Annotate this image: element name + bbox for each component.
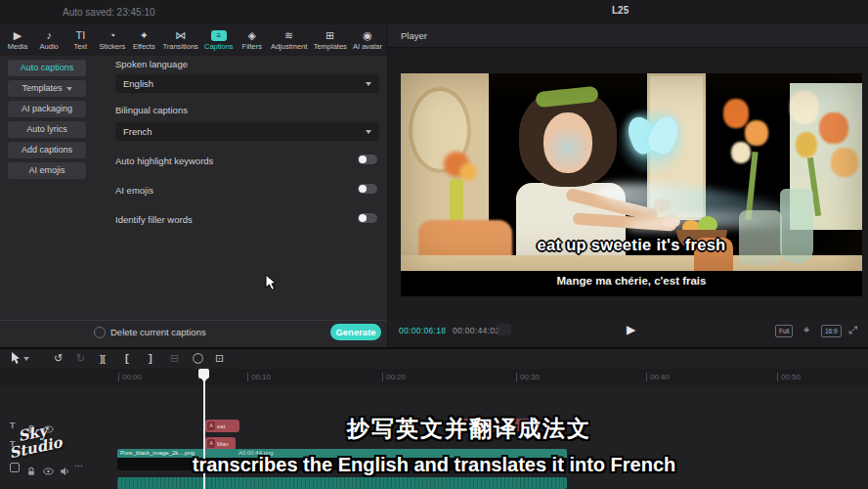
tab-transitions[interactable]: ⋈Transitions xyxy=(162,29,197,51)
media-icon: ▶ xyxy=(14,29,22,41)
sidebar-item-add-captions[interactable]: Add captions xyxy=(8,142,86,158)
effects-icon: ✦ xyxy=(140,29,149,41)
tab-media[interactable]: ▶Media xyxy=(5,29,30,51)
playhead[interactable] xyxy=(198,369,209,378)
ruler-tick: 00:00 xyxy=(118,373,142,381)
spoken-language-label: Spoken language xyxy=(115,59,188,69)
audio-icon: ♪ xyxy=(46,29,52,41)
ruler-tick: 00:30 xyxy=(516,373,540,381)
mouse-cursor xyxy=(264,274,278,295)
build-label: L25 xyxy=(612,5,629,16)
video-caption-english: eat up sweetie it's fresh xyxy=(401,236,862,254)
tab-adjustment[interactable]: ≋Adjustment xyxy=(271,29,308,51)
crop-icon[interactable]: ⊡ xyxy=(215,352,224,365)
chevron-down-icon xyxy=(366,130,371,134)
chevron-down-icon xyxy=(366,82,371,86)
stickers-icon: ◔ xyxy=(108,29,115,41)
chevron-down-icon[interactable] xyxy=(23,357,29,361)
trim-left-icon[interactable]: [ xyxy=(125,352,129,364)
tab-captions[interactable]: ≡Captions xyxy=(204,30,234,51)
tab-effects[interactable]: ✦Effects xyxy=(131,29,156,51)
dim-badge xyxy=(497,324,511,335)
tab-stickers[interactable]: ◔Stickers xyxy=(99,29,125,51)
undo-icon[interactable]: ↺ xyxy=(54,352,63,365)
captions-icon: ≡ xyxy=(211,30,227,41)
play-button[interactable]: ▶ xyxy=(627,323,635,336)
chevron-down-icon xyxy=(66,87,72,91)
sidebar-item-ai-packaging[interactable]: AI packaging xyxy=(8,101,86,117)
quality-button[interactable]: Full xyxy=(775,325,793,337)
audio-clip[interactable] xyxy=(117,477,567,489)
adjustment-icon: ≋ xyxy=(284,29,293,41)
delete-captions-label: Delete current captions xyxy=(110,327,206,337)
delete-icon[interactable]: ⊟ xyxy=(170,352,179,365)
tab-filters[interactable]: ◈Filters xyxy=(239,29,265,51)
generate-button[interactable]: Generate xyxy=(330,324,381,340)
auto-highlight-toggle[interactable] xyxy=(358,155,377,164)
video-caption-french: Mange ma chérie, c'est frais xyxy=(401,275,862,287)
tab-ai-avatar[interactable]: ◉AI avatar xyxy=(353,29,382,51)
ruler-tick: 00:10 xyxy=(247,373,271,381)
ruler-tick: 00:20 xyxy=(382,373,406,381)
delete-captions-checkbox[interactable] xyxy=(94,327,106,338)
sidebar-item-ai-emojis[interactable]: AI emojis xyxy=(8,162,86,179)
player-title: Player xyxy=(401,30,427,41)
mask-icon[interactable]: ◯ xyxy=(193,352,203,363)
ratio-button[interactable]: 16:9 xyxy=(821,325,842,337)
total-timecode: 00:00:44:02 xyxy=(453,326,499,335)
redo-icon[interactable]: ↻ xyxy=(76,352,85,365)
spoken-language-select[interactable]: English xyxy=(115,74,379,93)
tab-audio[interactable]: ♪Audio xyxy=(36,29,62,51)
ai-avatar-icon: ◉ xyxy=(363,29,372,41)
letterbox-bar: Mange ma chérie, c'est frais xyxy=(401,271,862,296)
player-header xyxy=(388,24,868,48)
bilingual-language-select[interactable]: French xyxy=(115,122,379,141)
current-timecode: 00:00:06:18 xyxy=(399,326,446,335)
text-track-icon: T xyxy=(10,421,16,430)
sidebar-item-templates[interactable]: Templates xyxy=(8,80,86,97)
fit-screen-icon[interactable]: ⌖ xyxy=(803,324,809,336)
transitions-icon: ⋈ xyxy=(175,29,186,41)
filters-icon: ◈ xyxy=(248,29,256,41)
ruler-tick: 00:40 xyxy=(646,373,670,381)
auto-highlight-label: Auto highlight keywords xyxy=(115,156,213,166)
fullscreen-icon[interactable]: ⤢ xyxy=(848,324,857,336)
main-toolbar: ▶Media ♪Audio TIText ◔Stickers ✦Effects … xyxy=(0,24,387,56)
templates-icon: ⊞ xyxy=(326,29,334,41)
filler-words-toggle[interactable] xyxy=(358,213,377,223)
autosave-status: Auto saved: 23:45:10 xyxy=(63,7,155,18)
video-preview: eat up sweetie it's fresh Mange ma chéri… xyxy=(401,73,862,296)
text-icon: TI xyxy=(75,29,85,41)
bilingual-captions-label: Bilingual captions xyxy=(115,105,188,115)
sidebar-item-auto-lyrics[interactable]: Auto lyrics xyxy=(8,121,86,138)
sidebar-item-auto-captions[interactable]: Auto captions xyxy=(8,60,86,76)
ai-emojis-toggle[interactable] xyxy=(358,184,377,194)
ruler-tick: 00:50 xyxy=(777,373,801,381)
subtitle-chinese: 抄写英文并翻译成法文 xyxy=(70,414,868,444)
split-icon[interactable]: ][ xyxy=(100,354,106,364)
select-tool-icon[interactable] xyxy=(10,351,22,369)
ai-emojis-label: AI emojis xyxy=(115,185,153,196)
captions-panel xyxy=(0,56,387,347)
capcut-window: Auto saved: 23:45:10 L25 ▶Media ♪Audio T… xyxy=(0,0,868,489)
tab-text[interactable]: TIText xyxy=(67,29,93,51)
filler-words-label: Identify filler words xyxy=(115,214,193,225)
trim-right-icon[interactable]: ] xyxy=(149,352,152,364)
subtitle-english: transcribes the English and translates i… xyxy=(0,454,868,476)
tab-templates[interactable]: ⊞Templates xyxy=(314,29,347,51)
